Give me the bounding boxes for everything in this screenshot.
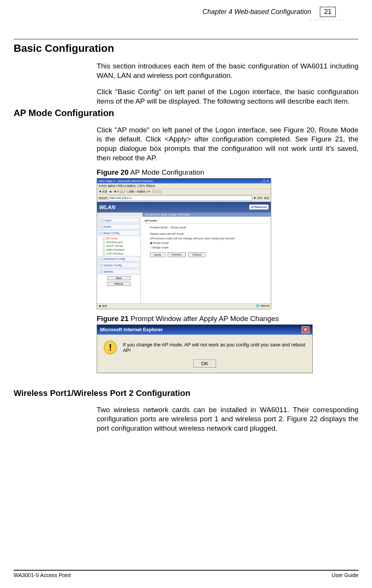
- section-rule: [14, 39, 358, 39]
- links-label: 链接: [264, 196, 269, 200]
- status-done: ◈ 完毕: [99, 304, 107, 308]
- figure-20-caption-text: AP Mode Configuration: [128, 168, 204, 176]
- nav-wan-interface[interactable]: ▢ WAN Interface: [97, 248, 140, 251]
- wlan-brand-text: WLAN: [99, 204, 115, 210]
- main-panel: AP mode Present Mode: Route mode Please …: [141, 217, 271, 307]
- para-apmode-1: Click "AP mode" on left panel of the Log…: [97, 126, 358, 163]
- figure-21-caption-text: Prompt Window after Apply AP Mode Change…: [128, 315, 279, 323]
- nav-lan-interface[interactable]: ▢ LAN Interface: [97, 252, 140, 255]
- nav-system-config[interactable]: ▢ System Config: [98, 262, 140, 268]
- close-icon[interactable]: ✕: [302, 326, 309, 333]
- figure-21-label: Figure 21: [97, 315, 128, 323]
- ie-addressbar: 地址(D) ▶ 转到 链接: [97, 195, 271, 202]
- page-header: Chapter 4 Web-based Configuration 21: [14, 7, 358, 17]
- ok-button[interactable]: OK: [193, 360, 216, 368]
- ie-toolbar: ◀ 后退 · ▶ · ✖ ⟳ 🏠 | 🔍搜索 ☆收藏夹 | ✉ · ▢ ▢ ▢: [97, 189, 271, 195]
- radio-bridge-mode[interactable]: ○ Bridge mode: [150, 246, 267, 249]
- para-wireless-1: Two wireless network cards can be instal…: [97, 405, 358, 433]
- ie-window-controls: _ ▢ ✕: [260, 179, 269, 183]
- apply-button[interactable]: Apply: [150, 252, 165, 257]
- select-mode-label: Please select the AP mode:: [150, 232, 267, 236]
- nav-statistic[interactable]: ▢ Statistic: [98, 269, 140, 275]
- footer-right: User Guide: [332, 572, 358, 578]
- ie-titlebar: New Page 2 - Microsoft Internet Explorer…: [97, 178, 271, 183]
- para-basic-2: Click "Basic Config" on left panel of th…: [97, 87, 358, 106]
- chapter-title: Chapter 4 Web-based Configuration: [202, 8, 311, 16]
- figure-20: New Page 2 - Microsoft Internet Explorer…: [97, 178, 358, 309]
- status-internet: 🌐 Internet: [256, 304, 269, 308]
- figure-21-caption: Figure 21 Prompt Window after Apply AP M…: [97, 315, 358, 323]
- dialog-title-text: Microsoft Internet Explorer: [100, 327, 163, 332]
- left-nav: ▢ Logon ▢ Guide ▢ Basic Config ▢ AP mode…: [97, 217, 141, 307]
- header-decoration: · · · · · · · · · ·: [14, 18, 358, 22]
- select-mode-note: (AP present mode will not change until y…: [150, 237, 267, 240]
- present-mode-label: Present Mode:: [150, 226, 168, 229]
- nav-advanced-config[interactable]: ▢ Advanced Config: [98, 256, 140, 262]
- ie-statusbar: ◈ 完毕 🌐 Internet: [97, 303, 271, 309]
- radio-route-mode[interactable]: ◉ Route mode: [150, 241, 267, 245]
- back-icon[interactable]: ◀ 后退: [99, 190, 107, 194]
- heading-wireless-port: Wireless Port1/Wireless Port 2 Configura…: [14, 388, 358, 398]
- nav-guide[interactable]: ▢ Guide: [98, 224, 140, 230]
- dialog-message: If you change the AP mode, AP will not w…: [123, 342, 306, 353]
- default-button[interactable]: Default: [188, 252, 205, 257]
- wlan-banner: WLAN UTStarcom: [97, 202, 271, 213]
- nav-ap-mode[interactable]: ▢ AP mode: [97, 237, 140, 240]
- warning-icon: !: [104, 341, 117, 354]
- save-button[interactable]: Save: [107, 276, 131, 280]
- nav-wireless-port[interactable]: ▢ Wireless port: [97, 240, 140, 244]
- address-label: 地址(D): [99, 196, 108, 200]
- present-mode-value: Route mode: [171, 226, 186, 229]
- dialog-titlebar: Microsoft Internet Explorer ✕: [97, 325, 312, 335]
- ie-window-title: New Page 2 - Microsoft Internet Explorer: [99, 179, 153, 183]
- nav-dhcp-server[interactable]: ▢ DHCP Server: [97, 244, 140, 248]
- utstarcom-logo: UTStarcom: [249, 205, 269, 209]
- figure-20-label: Figure 20: [97, 168, 128, 176]
- footer-left: WA3001-S Access Point: [14, 572, 71, 578]
- heading-ap-mode: AP Mode Configuration: [14, 108, 358, 118]
- address-input[interactable]: [109, 195, 252, 201]
- panel-title: AP mode: [145, 219, 267, 223]
- nav-basic-config[interactable]: ▢ Basic Config: [98, 230, 140, 236]
- para-basic-1: This section introduces each item of the…: [97, 62, 358, 80]
- figure-21: Microsoft Internet Explorer ✕ ! If you c…: [97, 324, 358, 373]
- breadcrumb: You are here: Basic Config > AP mode: [142, 213, 271, 217]
- heading-basic-configuration: Basic Configuration: [14, 42, 358, 54]
- reboot-button[interactable]: Reboot: [107, 282, 131, 286]
- figure-20-caption: Figure 20 AP Mode Configuration: [97, 168, 358, 177]
- go-button[interactable]: ▶ 转到: [254, 196, 262, 200]
- nav-logon[interactable]: ▢ Logon: [98, 217, 140, 223]
- refresh-button[interactable]: Refresh: [168, 252, 186, 257]
- page-footer: WA3001-S Access Point User Guide: [14, 570, 358, 578]
- ie-menubar: 文件(F) 编辑(E) 查看(V) 收藏(A) 工具(T) 帮助(H): [97, 183, 271, 189]
- page-number: 21: [320, 7, 336, 17]
